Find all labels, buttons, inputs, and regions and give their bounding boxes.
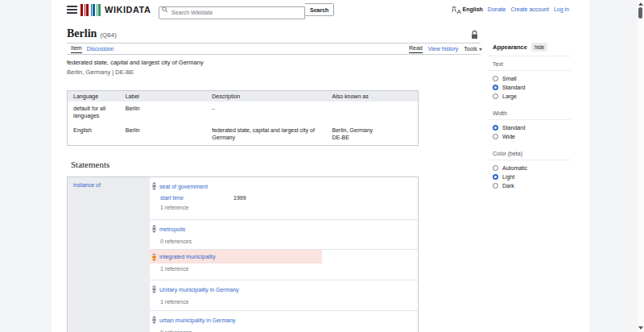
tab-read[interactable]: Read xyxy=(409,45,423,53)
rank-selector-icon[interactable] xyxy=(152,316,156,324)
col-also-known-as: Also known as xyxy=(327,91,418,102)
statement-value-link[interactable]: urban municipality in Germany xyxy=(159,317,236,323)
wikidata-logo-text: WIKIDATA xyxy=(105,4,151,16)
terms-table: Language Label Description Also known as… xyxy=(67,90,419,146)
view-tabs: Read View history Tools xyxy=(409,45,482,53)
radio-label: Standard xyxy=(502,85,525,90)
scroll-down-arrow-icon[interactable] xyxy=(638,326,643,330)
log-in-link[interactable]: Log in xyxy=(554,6,569,12)
cell-aliases xyxy=(327,102,418,123)
radio-label: Large xyxy=(502,93,517,99)
vertical-scrollbar[interactable] xyxy=(638,0,644,332)
statement-value-link[interactable]: metropolis xyxy=(159,226,185,232)
statement-main-row: metropolis xyxy=(150,224,418,234)
references-toggle[interactable]: 1 reference xyxy=(150,205,418,210)
radio-text-small[interactable]: Small xyxy=(493,74,571,83)
radio-icon xyxy=(493,165,498,171)
radio-label: Standard xyxy=(502,125,525,131)
entity-id: (Q64) xyxy=(100,31,116,39)
color-section-label: Color (beta) xyxy=(487,146,571,160)
cell-label: Berlin xyxy=(120,102,207,123)
radio-width-wide[interactable]: Wide xyxy=(493,132,571,141)
references-toggle[interactable]: 1 reference xyxy=(150,299,418,305)
namespace-tabs: Item Discussion xyxy=(71,45,114,53)
protection-lock-icon xyxy=(471,30,478,39)
screen: WIKIDATA Search A English Donate Create … xyxy=(0,0,644,332)
property-link[interactable]: instance of xyxy=(73,182,101,188)
statement-main-row: Unitary municipality in Germany xyxy=(150,284,418,294)
width-section-label: Width xyxy=(487,106,571,120)
radio-text-standard[interactable]: Standard xyxy=(493,83,571,92)
property-cell: instance of xyxy=(68,177,150,332)
radio-label: Wide xyxy=(502,134,515,139)
search-bar: Search xyxy=(159,3,334,16)
search-button[interactable]: Search xyxy=(305,3,334,16)
header-user-links: A English Donate Create account Log in xyxy=(452,0,569,19)
svg-text:A: A xyxy=(456,7,461,14)
cell-description: federated state, capital and largest cit… xyxy=(206,123,326,145)
language-icon: A xyxy=(452,6,461,14)
cell-aliases: Berlin, Germany DE-BE xyxy=(327,123,418,145)
radio-text-large[interactable]: Large xyxy=(493,92,571,101)
radio-checked-icon xyxy=(493,85,498,90)
scroll-up-arrow-icon[interactable] xyxy=(638,2,643,6)
wikidata-logo[interactable]: WIKIDATA xyxy=(80,3,151,16)
tab-item[interactable]: Item xyxy=(71,45,82,53)
cell-language: English xyxy=(68,123,120,145)
appearance-title: Appearance xyxy=(493,44,527,51)
text-section-label: Text xyxy=(487,56,571,71)
radio-checked-icon xyxy=(493,125,498,131)
rank-selector-icon[interactable] xyxy=(152,285,156,293)
col-description: Description xyxy=(206,91,326,102)
statement-value-link[interactable]: integrated municipality xyxy=(159,254,216,259)
references-toggle[interactable]: 0 references xyxy=(150,239,418,244)
radio-color-dark[interactable]: Dark xyxy=(493,181,571,190)
statement-main-row-deprecated: integrated municipality xyxy=(150,250,322,264)
search-input[interactable] xyxy=(159,6,305,19)
radio-color-automatic[interactable]: Automatic xyxy=(493,164,571,172)
radio-label: Light xyxy=(502,174,514,180)
qualifier-row: start time 1999 xyxy=(150,193,418,202)
tab-tools[interactable]: Tools xyxy=(464,46,481,53)
terms-table-header: Language Label Description Also known as xyxy=(68,91,418,102)
tab-discussion[interactable]: Discussion xyxy=(87,46,114,53)
wikidata-logo-barcode-icon xyxy=(80,4,101,16)
radio-width-standard[interactable]: Standard xyxy=(493,123,571,132)
rank-selector-icon-deprecated[interactable] xyxy=(152,253,156,261)
language-label: English xyxy=(463,6,483,12)
cell-description: – xyxy=(206,102,326,123)
appearance-header: Appearance hide xyxy=(487,40,571,56)
radio-label: Small xyxy=(502,76,517,81)
wikidata-page: WIKIDATA Search A English Donate Create … xyxy=(52,0,589,332)
rank-selector-icon[interactable] xyxy=(152,182,156,190)
hide-button[interactable]: hide xyxy=(531,43,547,52)
entity-description: federated state, capital and largest cit… xyxy=(67,59,204,66)
page-title: Berlin xyxy=(67,27,97,39)
references-toggle[interactable]: 1 reference xyxy=(150,266,418,272)
tabs-divider xyxy=(67,54,481,55)
color-options: Automatic Light Dark xyxy=(487,160,571,195)
statement: seat of government start time 1999 1 ref… xyxy=(150,177,418,219)
radio-label: Automatic xyxy=(502,165,527,171)
qualifier-property-link[interactable]: start time xyxy=(160,195,233,201)
statement-value-link[interactable]: Unitary municipality in Germany xyxy=(159,287,239,293)
statement-value-link[interactable]: seat of government xyxy=(159,184,208,189)
radio-color-light[interactable]: Light xyxy=(493,172,571,181)
col-label: Label xyxy=(120,91,207,102)
search-icon xyxy=(162,6,168,13)
language-selector[interactable]: A English xyxy=(452,6,483,14)
donate-link[interactable]: Donate xyxy=(488,6,506,12)
main-menu-icon[interactable] xyxy=(67,6,77,15)
statements-heading: Statements xyxy=(71,160,109,169)
title-divider xyxy=(67,43,481,44)
radio-checked-icon xyxy=(493,174,498,180)
statement-main-row: seat of government xyxy=(150,181,418,191)
table-row: English Berlin federated state, capital … xyxy=(68,123,418,145)
statement-main-row: urban municipality in Germany xyxy=(150,315,418,325)
create-account-link[interactable]: Create account xyxy=(510,6,548,12)
entity-aliases: Berlin, Germany | DE-BE xyxy=(67,68,134,76)
rank-selector-icon[interactable] xyxy=(152,225,156,233)
tab-view-history[interactable]: View history xyxy=(428,46,459,53)
col-language: Language xyxy=(68,91,120,102)
scrollbar-thumb[interactable] xyxy=(638,7,642,19)
